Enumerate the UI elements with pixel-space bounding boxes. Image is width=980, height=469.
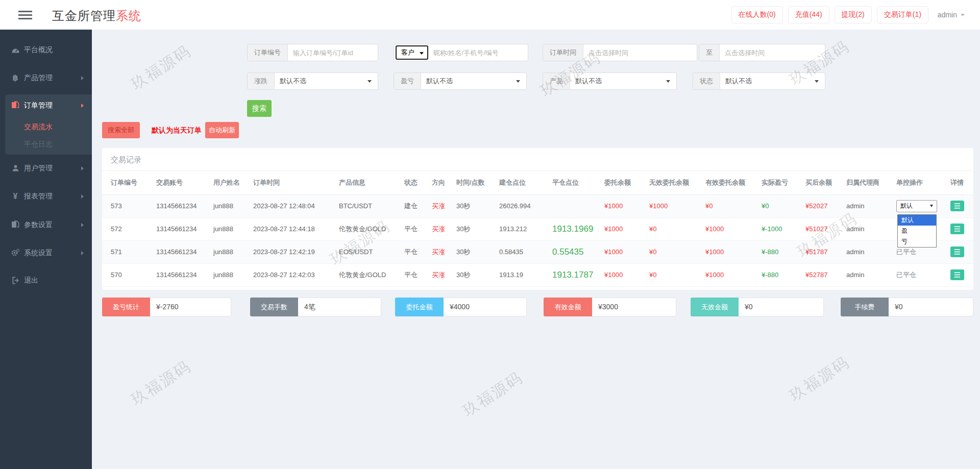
cell-username: jun888 — [208, 263, 248, 286]
recharge-button[interactable]: 充值(44) — [788, 6, 829, 23]
sidebar-item-logout[interactable]: 退出 — [0, 270, 92, 291]
stat-profit-total-label: 盈亏统计 — [102, 298, 150, 316]
cell-close-point — [547, 194, 599, 217]
col-close-point: 平仓点位 — [547, 171, 599, 194]
cell-status: 平仓 — [399, 263, 427, 286]
cell-product: BTC/USDT — [334, 194, 399, 217]
cell-invalid-entrust: ¥0 — [644, 217, 700, 240]
cell-open-point: 0.58435 — [494, 240, 547, 263]
sidebar-item-label: 用户管理 — [24, 164, 53, 173]
detail-button[interactable] — [950, 246, 964, 257]
detail-button[interactable] — [950, 269, 964, 280]
sidebar-subitem-label: 平仓日志 — [24, 140, 53, 149]
cell-username: jun888 — [208, 240, 248, 263]
cell-profit: ¥-880 — [756, 240, 800, 263]
stat-valid-amount-value: ¥3000 — [592, 298, 676, 316]
stat-invalid-amount-value: ¥0 — [739, 298, 824, 316]
sidebar-item-parameter-settings[interactable]: 参数设置 — [0, 215, 92, 235]
cell-entrust: ¥1000 — [599, 194, 644, 217]
cell-duration: 30秒 — [451, 240, 494, 263]
col-direction: 方向 — [427, 171, 451, 194]
search-all-button[interactable]: 搜索全部 — [102, 122, 140, 138]
trade-records-panel: 交易记录 订单编号 交易账号 用户姓名 订单时间 产品信息 状态 方向 时间/点… — [102, 148, 973, 290]
withdraw-button[interactable]: 提现(2) — [835, 6, 872, 23]
col-duration: 时间/点数 — [451, 171, 494, 194]
sidebar-item-system-settings[interactable]: 系统设置 — [0, 243, 92, 263]
cell-order-id: 571 — [102, 240, 151, 263]
dropdown-option-lose[interactable]: 亏 — [898, 236, 936, 247]
bitcoin-icon: ฿ — [10, 74, 20, 82]
col-entrust: 委托余额 — [599, 171, 644, 194]
order-no-input[interactable] — [288, 44, 378, 61]
stat-profit-total-value: ¥-2760 — [150, 298, 231, 316]
cell-order-id: 572 — [102, 217, 151, 240]
user-icon — [10, 164, 20, 173]
online-users-button[interactable]: 在线人数(0) — [731, 6, 783, 23]
sidebar-subitem-trade-flow[interactable]: 交易流水 — [0, 118, 92, 136]
cell-invalid-entrust: ¥0 — [644, 263, 700, 286]
watermark: 玖福源码 — [127, 40, 195, 94]
stat-valid-amount-label: 有效金额 — [544, 298, 592, 316]
chevron-down-icon — [930, 205, 933, 207]
table-row: 570 13145661234 jun888 2023-08-27 12:42:… — [102, 263, 973, 286]
detail-button[interactable] — [950, 201, 964, 211]
dropdown-option-default[interactable]: 默认 — [898, 215, 936, 226]
sidebar-item-platform-overview[interactable]: 平台概况 — [0, 40, 92, 60]
cell-order-time: 2023-08-27 12:48:04 — [248, 194, 334, 217]
watermark: 玖福源码 — [127, 356, 195, 410]
stat-trade-count-label: 交易手数 — [250, 298, 298, 316]
admin-user-name: admin — [938, 11, 957, 19]
cell-direction: 买涨 — [427, 240, 451, 263]
product-select[interactable]: 默认不选 — [570, 73, 676, 89]
table-row: 573 13145661234 jun888 2023-08-27 12:48:… — [102, 194, 973, 217]
order-time-end-input[interactable] — [720, 44, 825, 61]
sidebar-item-order-management[interactable]: 订单管理 — [0, 95, 92, 116]
filter-product: 产品 默认不选 — [543, 72, 677, 90]
customer-type-value: 客户 — [401, 48, 414, 56]
col-account: 交易账号 — [151, 171, 208, 194]
sidebar-item-label: 退出 — [24, 276, 38, 285]
today-orders-button[interactable]: 默认为当天订单 — [151, 122, 203, 138]
cell-status: 建仓 — [399, 194, 427, 217]
col-product: 产品信息 — [334, 171, 399, 194]
cell-valid-entrust: ¥1000 — [700, 263, 756, 286]
stat-fee-label: 手续费 — [841, 298, 889, 316]
updown-select[interactable]: 默认不选 — [275, 73, 378, 89]
control-select[interactable]: 默认 — [896, 200, 937, 212]
cell-profit: ¥0 — [756, 194, 800, 217]
sidebar-subitem-close-log[interactable]: 平仓日志 — [0, 136, 92, 153]
profit-select[interactable]: 默认不选 — [421, 73, 526, 89]
cell-status: 平仓 — [399, 217, 427, 240]
cell-profit: ¥-1000 — [756, 217, 800, 240]
search-button[interactable]: 搜索 — [247, 100, 272, 117]
chevron-down-icon — [961, 14, 965, 16]
app-title: 互金所管理系统 — [52, 8, 141, 24]
sidebar-item-report-management[interactable]: ¥ 报表管理 — [0, 186, 92, 207]
detail-button[interactable] — [950, 224, 964, 234]
watermark: 玖福源码 — [786, 352, 853, 406]
cell-duration: 30秒 — [451, 194, 494, 217]
table-row: 572 13145661234 jun888 2023-08-27 12:44:… — [102, 217, 973, 240]
status-select[interactable]: 默认不选 — [720, 73, 825, 89]
sidebar-item-user-management[interactable]: 用户管理 — [0, 158, 92, 179]
customer-type-select[interactable]: 客户 — [396, 45, 428, 60]
dropdown-option-win[interactable]: 盈 — [898, 226, 936, 236]
dashboard-icon — [10, 46, 20, 55]
col-invalid-entrust: 无效委托余额 — [644, 171, 700, 194]
col-agent: 归属代理商 — [841, 171, 891, 194]
sidebar-item-label: 系统设置 — [24, 249, 53, 258]
filter-order-time-label: 订单时间 — [543, 44, 583, 61]
app-title-accent: 系统 — [116, 9, 141, 22]
sidebar-item-product-management[interactable]: ฿ 产品管理 — [0, 68, 92, 88]
admin-user-menu[interactable]: admin — [934, 7, 969, 22]
hamburger-menu-icon[interactable] — [18, 11, 32, 19]
col-order-time: 订单时间 — [248, 171, 334, 194]
col-balance-after: 买后余额 — [800, 171, 841, 194]
order-time-start-input[interactable] — [583, 44, 697, 61]
chevron-right-icon — [81, 223, 84, 227]
trade-orders-button[interactable]: 交易订单(1) — [877, 6, 928, 23]
sidebar-item-label: 报表管理 — [24, 192, 53, 201]
cell-account: 13145661234 — [151, 263, 208, 286]
customer-search-input[interactable] — [428, 44, 528, 61]
auto-refresh-button[interactable]: 自动刷新 — [205, 122, 239, 138]
